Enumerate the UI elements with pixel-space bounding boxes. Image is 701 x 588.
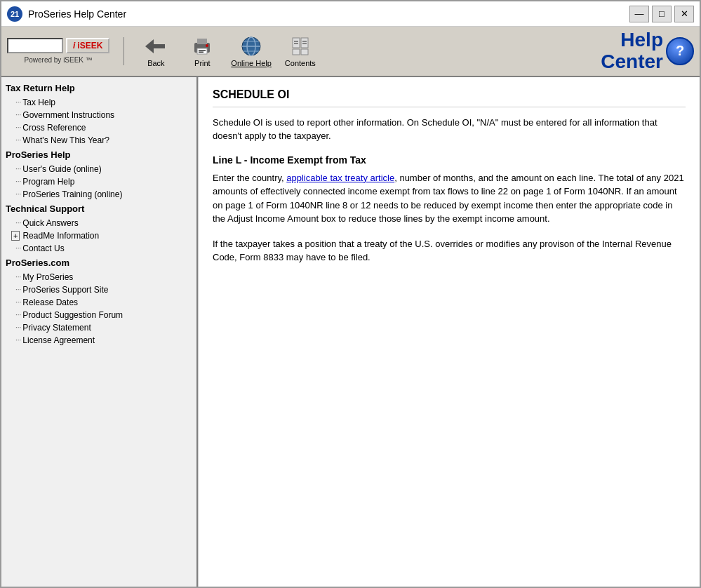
svg-rect-6	[199, 51, 203, 53]
powered-by-text: Powered by iSEEK ™	[25, 56, 93, 64]
iseek-button[interactable]: i iSEEK	[66, 38, 109, 53]
treaty-article-link[interactable]: applicable tax treaty article	[286, 173, 394, 183]
content-area: SCHEDULE OI Schedule OI is used to repor…	[198, 77, 700, 587]
sidebar-item-government-instructions[interactable]: ···Government Instructions	[1, 109, 196, 121]
svg-rect-13	[293, 38, 300, 48]
dots: ···	[15, 178, 21, 185]
title-bar-left: 21 ProSeries Help Center	[7, 6, 126, 22]
sidebar-section-proseries-com: ProSeries.com	[1, 255, 196, 271]
maximize-button[interactable]: □	[652, 6, 672, 22]
app-icon: 21	[7, 6, 22, 22]
main-area: Tax Return Help ···Tax Help ···Governmen…	[1, 77, 700, 587]
svg-rect-3	[197, 39, 207, 44]
sidebar-item-cross-reference[interactable]: ···Cross Reference	[1, 121, 196, 134]
close-button[interactable]: ✕	[674, 6, 694, 22]
back-icon	[145, 35, 167, 58]
sidebar-item-tax-help[interactable]: ···Tax Help	[1, 96, 196, 109]
sidebar-item-proseries-support-site[interactable]: ···ProSeries Support Site	[1, 283, 196, 296]
dots: ···	[15, 273, 21, 281]
back-button[interactable]: Back	[138, 35, 173, 67]
toolbar-separator	[123, 37, 124, 65]
sidebar-section-tax-return-help: Tax Return Help	[1, 80, 196, 96]
svg-rect-5	[199, 50, 206, 51]
contents-icon	[289, 35, 312, 58]
dots: ···	[15, 219, 21, 227]
expand-icon: +	[11, 231, 20, 241]
online-help-label: Online Help	[231, 59, 271, 67]
iseek-icon: i	[73, 41, 75, 51]
sidebar-item-readme-information[interactable]: +ReadMe Information	[1, 229, 196, 242]
content-paragraph-2: Enter the country, applicable tax treaty…	[213, 171, 686, 226]
sidebar-item-users-guide[interactable]: ···User's Guide (online)	[1, 163, 196, 175]
content-paragraph-3: If the taxpayer takes a position that a …	[213, 237, 686, 265]
dots: ···	[15, 165, 21, 173]
sidebar-item-license-agreement[interactable]: ···License Agreement	[1, 334, 196, 347]
sidebar-section-technical-support: Technical Support	[1, 201, 196, 217]
dots: ···	[15, 123, 21, 131]
dots: ···	[15, 298, 21, 306]
sidebar-section-proseries-help: ProSeries Help	[1, 147, 196, 163]
title-bar: 21 ProSeries Help Center — □ ✕	[1, 1, 700, 27]
sidebar-item-quick-answers[interactable]: ···Quick Answers	[1, 217, 196, 229]
help-center-logo: Help Center ?	[601, 29, 694, 73]
svg-rect-15	[293, 49, 300, 55]
dots: ···	[15, 311, 21, 319]
sidebar-item-whats-new[interactable]: ···What's New This Year?	[1, 134, 196, 147]
help-question-mark: ?	[676, 43, 684, 59]
print-icon	[191, 35, 213, 58]
window-title: ProSeries Help Center	[28, 8, 126, 20]
paragraph2-before-link: Enter the country,	[213, 173, 286, 183]
online-help-button[interactable]: Online Help	[231, 35, 271, 67]
sidebar-item-my-proseries[interactable]: ···My ProSeries	[1, 271, 196, 283]
logo-help: Help	[620, 29, 663, 51]
svg-rect-4	[197, 48, 207, 54]
sidebar-item-contact-us[interactable]: ···Contact Us	[1, 242, 196, 255]
dots: ···	[15, 111, 21, 119]
dots: ···	[15, 286, 21, 293]
svg-rect-14	[301, 38, 308, 48]
sidebar-item-product-suggestion-forum[interactable]: ···Product Suggestion Forum	[1, 309, 196, 321]
dots: ···	[15, 323, 21, 331]
main-window: 21 ProSeries Help Center — □ ✕ i iSEEK P…	[0, 0, 701, 588]
dots: ···	[15, 136, 21, 144]
svg-rect-1	[152, 44, 165, 48]
content-subtitle: Line L - Income Exempt from Tax	[213, 154, 686, 166]
contents-label: Contents	[285, 59, 316, 67]
print-label: Print	[194, 59, 211, 67]
minimize-button[interactable]: —	[629, 6, 649, 22]
contents-button[interactable]: Contents	[283, 35, 318, 67]
dots: ···	[15, 98, 21, 106]
search-area: i iSEEK Powered by iSEEK ™	[7, 38, 109, 64]
toolbar: i iSEEK Powered by iSEEK ™ Back	[1, 27, 700, 77]
sidebar-item-release-dates[interactable]: ···Release Dates	[1, 296, 196, 309]
svg-point-7	[206, 44, 208, 47]
svg-rect-16	[301, 49, 308, 55]
dots: ···	[15, 190, 21, 198]
content-title: SCHEDULE OI	[213, 88, 686, 107]
title-buttons: — □ ✕	[629, 6, 694, 22]
content-paragraph-1: Schedule OI is used to report other info…	[213, 116, 686, 143]
dots: ···	[15, 244, 21, 252]
iseek-label: iSEEK	[77, 41, 102, 51]
search-input[interactable]	[7, 38, 63, 53]
dots: ···	[15, 336, 21, 344]
sidebar-item-proseries-training[interactable]: ···ProSeries Training (online)	[1, 188, 196, 201]
online-help-icon	[240, 35, 262, 58]
back-label: Back	[147, 59, 164, 67]
print-button[interactable]: Print	[185, 35, 220, 67]
sidebar: Tax Return Help ···Tax Help ···Governmen…	[1, 77, 198, 587]
sidebar-item-program-help[interactable]: ···Program Help	[1, 175, 196, 188]
sidebar-item-privacy-statement[interactable]: ···Privacy Statement	[1, 321, 196, 334]
logo-center: Center	[601, 51, 663, 73]
